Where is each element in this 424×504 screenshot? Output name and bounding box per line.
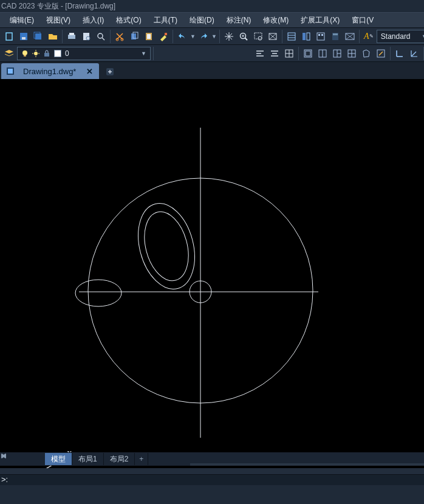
print-preview-icon[interactable]	[80, 30, 93, 43]
doc-dwg-icon	[6, 67, 15, 75]
menu-format[interactable]: 格式(O)	[111, 13, 146, 27]
svg-rect-0	[6, 33, 12, 40]
add-tab-button[interactable]	[103, 64, 117, 79]
svg-point-75	[75, 280, 121, 306]
menu-edit[interactable]: 编辑(E)	[5, 13, 39, 27]
svg-rect-25	[288, 33, 295, 40]
vport-3-icon[interactable]	[330, 47, 344, 60]
save-all-icon[interactable]	[32, 30, 45, 43]
document-tab-label: Drawing1.dwg*	[23, 67, 76, 76]
align-left-icon[interactable]	[253, 47, 267, 60]
svg-rect-28	[303, 33, 306, 40]
document-tabbar: Drawing1.dwg* ✕	[0, 62, 424, 79]
vport-poly-icon[interactable]	[360, 47, 373, 60]
undo-icon[interactable]	[176, 30, 189, 43]
lightbulb-icon	[21, 50, 29, 57]
menu-tools[interactable]: 工具(T)	[149, 13, 182, 27]
new-file-icon[interactable]	[2, 30, 16, 43]
layout-nav-next-icon[interactable]	[23, 453, 34, 465]
zoom-extents-icon[interactable]	[266, 30, 279, 43]
align-grid-icon[interactable]	[282, 47, 296, 60]
layout-nav-prev-icon[interactable]	[12, 453, 23, 465]
vport-2-icon[interactable]	[316, 47, 329, 60]
layer-color-swatch	[54, 50, 61, 57]
document-tab-active[interactable]: Drawing1.dwg* ✕	[1, 63, 99, 79]
layer-combo[interactable]: 0 ▼	[17, 47, 151, 60]
svg-point-73	[129, 197, 203, 295]
menu-ext[interactable]: 扩展工具(X)	[296, 13, 344, 27]
svg-line-19	[245, 38, 247, 40]
undo-chevron-icon[interactable]: ▼	[190, 33, 196, 40]
text-style-value: Standard	[381, 32, 411, 41]
toolpalette-icon[interactable]	[314, 30, 327, 43]
layout-nav-last-icon[interactable]	[34, 453, 45, 465]
vport-4-icon[interactable]	[345, 47, 358, 60]
props-icon[interactable]	[285, 30, 298, 43]
match-prop-icon[interactable]	[157, 30, 170, 43]
svg-point-38	[34, 52, 38, 55]
zoom-window-icon[interactable]	[251, 30, 265, 43]
redo-chevron-icon[interactable]: ▼	[211, 33, 217, 40]
copy-icon[interactable]	[128, 30, 141, 43]
svg-point-74	[137, 207, 196, 286]
command-prompt[interactable]: >:	[0, 474, 424, 485]
align-center-icon[interactable]	[268, 47, 281, 60]
redo-icon[interactable]	[197, 30, 210, 43]
svg-rect-65	[8, 69, 13, 74]
svg-rect-17	[165, 33, 167, 35]
menu-dim[interactable]: 标注(N)	[222, 13, 256, 27]
lock-icon	[43, 50, 50, 57]
chevron-down-icon: ▼	[141, 50, 146, 57]
svg-rect-29	[307, 33, 310, 40]
menu-insert[interactable]: 插入(I)	[78, 13, 109, 27]
svg-point-9	[98, 33, 103, 38]
svg-point-36	[22, 50, 27, 55]
layout-add-button[interactable]: +	[135, 453, 148, 465]
layermgr-icon[interactable]	[2, 47, 16, 60]
drawing-canvas[interactable]: X 模型 布局1 布局2 +	[0, 79, 424, 468]
open-icon[interactable]	[46, 30, 60, 43]
textstyle-a-icon[interactable]: A✎	[362, 30, 375, 43]
print-icon[interactable]	[65, 30, 78, 43]
save-icon[interactable]	[17, 30, 30, 43]
ucs-icon-2[interactable]	[408, 47, 421, 60]
pan-icon[interactable]	[222, 30, 236, 43]
find-icon[interactable]	[94, 30, 108, 43]
layout-tabbar: 模型 布局1 布局2 +	[0, 452, 424, 466]
menu-draw[interactable]: 绘图(D)	[185, 13, 219, 27]
zoom-realtime-icon[interactable]	[237, 30, 250, 43]
command-history-area	[0, 468, 424, 474]
svg-rect-6	[69, 33, 74, 35]
svg-point-23	[258, 36, 262, 40]
layout-tab-layout2[interactable]: 布局2	[104, 453, 135, 465]
menu-modify[interactable]: 修改(M)	[258, 13, 293, 27]
svg-rect-37	[24, 55, 26, 57]
designcenter-icon[interactable]	[299, 30, 313, 43]
vport-join-icon[interactable]	[374, 47, 388, 60]
cut-icon[interactable]	[113, 30, 126, 43]
toolbar-row-2: 0 ▼	[0, 45, 424, 62]
layout-tab-layout1[interactable]: 布局1	[72, 453, 104, 465]
vport-1-icon[interactable]	[301, 47, 315, 60]
command-prompt-prefix: >:	[1, 475, 8, 484]
text-style-combo[interactable]: Standard ▼	[377, 30, 424, 43]
calc-icon[interactable]	[329, 30, 342, 43]
svg-rect-32	[321, 34, 323, 36]
drawing-svg	[0, 79, 424, 468]
paste-icon[interactable]	[142, 30, 156, 43]
sun-icon	[32, 50, 39, 57]
main-menubar: 编辑(E) 视图(V) 插入(I) 格式(O) 工具(T) 绘图(D) 标注(N…	[0, 12, 424, 28]
close-icon[interactable]: ✕	[84, 66, 94, 76]
svg-rect-30	[317, 33, 324, 40]
menu-view[interactable]: 视图(V)	[41, 13, 75, 27]
cleanscreen-icon[interactable]	[343, 30, 357, 43]
svg-rect-16	[147, 34, 151, 39]
window-title: CAD 2023 专业版 - [Drawing1.dwg]	[0, 0, 424, 12]
svg-rect-2	[22, 37, 26, 40]
svg-line-10	[102, 38, 104, 40]
horizontal-scrollbar[interactable]	[190, 463, 424, 466]
ucs-icon-1[interactable]	[393, 47, 406, 60]
layout-tab-model[interactable]: 模型	[45, 453, 72, 465]
menu-window[interactable]: 窗口(V	[347, 13, 378, 27]
layer-name: 0	[65, 49, 69, 58]
